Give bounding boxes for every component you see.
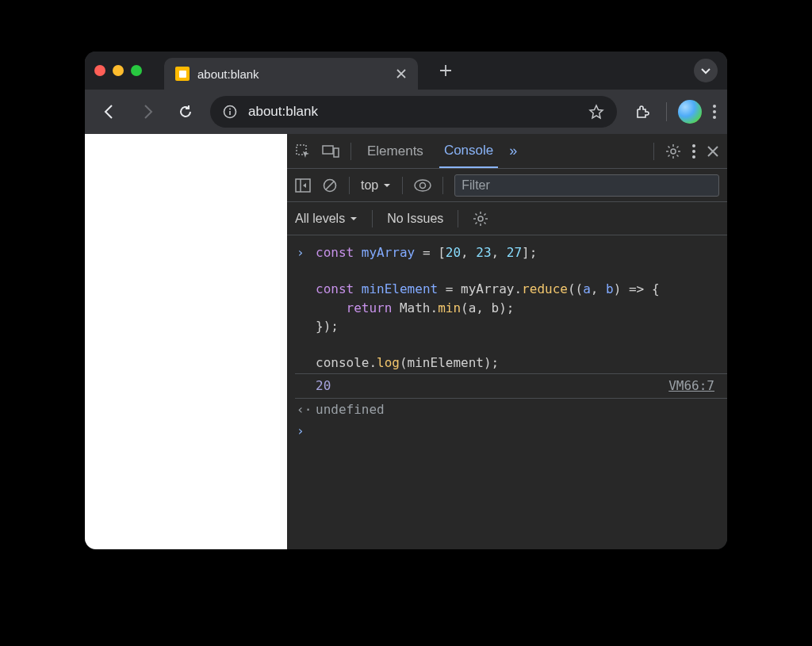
svg-rect-4 bbox=[323, 146, 333, 154]
devtools-menu-button[interactable] bbox=[692, 144, 695, 159]
separator bbox=[349, 177, 350, 194]
context-selector[interactable]: top bbox=[361, 178, 391, 193]
console-log-row: 20 VM66:7 bbox=[295, 373, 727, 398]
console-body[interactable]: › const myArray = [20, 23, 27]; const mi… bbox=[287, 235, 727, 549]
toggle-sidebar-icon[interactable] bbox=[295, 178, 311, 193]
console-return-row: ‹· undefined bbox=[295, 399, 727, 420]
input-prompt-icon: › bbox=[297, 243, 308, 262]
omnibox[interactable]: about:blank bbox=[210, 96, 617, 128]
console-settings-icon[interactable] bbox=[473, 211, 488, 227]
bookmark-icon[interactable] bbox=[588, 104, 604, 120]
url-text: about:blank bbox=[248, 104, 577, 120]
tab-bar: about:blank bbox=[85, 52, 727, 90]
svg-rect-5 bbox=[334, 148, 339, 157]
tab-console[interactable]: Console bbox=[439, 134, 498, 168]
separator bbox=[653, 143, 654, 160]
separator bbox=[458, 210, 458, 227]
filter-input[interactable]: Filter bbox=[454, 174, 719, 197]
log-value: 20 bbox=[316, 377, 331, 395]
separator bbox=[666, 102, 667, 121]
close-devtools-icon[interactable] bbox=[707, 145, 719, 158]
page-favicon bbox=[175, 67, 190, 81]
more-tabs-icon[interactable]: » bbox=[509, 143, 515, 159]
return-value: undefined bbox=[316, 400, 385, 419]
separator bbox=[372, 210, 373, 227]
filter-placeholder: Filter bbox=[462, 178, 490, 193]
maximize-window-button[interactable] bbox=[131, 65, 142, 76]
toolbar: about:blank bbox=[85, 90, 727, 134]
device-toolbar-icon[interactable] bbox=[322, 143, 339, 159]
window-controls bbox=[94, 65, 142, 76]
return-prompt-icon: ‹· bbox=[297, 400, 308, 419]
content-area: Elements Console » bbox=[85, 134, 727, 549]
browser-menu-button[interactable] bbox=[713, 105, 716, 119]
browser-tab[interactable]: about:blank bbox=[164, 58, 418, 90]
svg-point-12 bbox=[478, 216, 483, 221]
svg-point-1 bbox=[229, 109, 231, 110]
console-code: const myArray = [20, 23, 27]; const minE… bbox=[316, 243, 660, 372]
forward-button[interactable] bbox=[134, 98, 161, 125]
devtools-panel: Elements Console » bbox=[287, 134, 727, 549]
chevron-down-icon bbox=[383, 182, 391, 189]
tab-search-button[interactable] bbox=[694, 59, 718, 82]
chevron-down-icon bbox=[350, 215, 358, 223]
console-input-row: › const myArray = [20, 23, 27]; const mi… bbox=[295, 242, 727, 373]
new-tab-button[interactable] bbox=[439, 63, 453, 78]
separator bbox=[402, 177, 403, 194]
clear-console-icon[interactable] bbox=[322, 178, 338, 193]
tab-elements[interactable]: Elements bbox=[362, 134, 428, 168]
console-toolbar: top Filter bbox=[287, 169, 727, 202]
log-levels-selector[interactable]: All levels bbox=[295, 212, 358, 226]
page-viewport[interactable] bbox=[85, 134, 287, 549]
browser-window: about:blank about:blank bbox=[85, 52, 727, 549]
settings-icon[interactable] bbox=[665, 143, 681, 159]
issues-label[interactable]: No Issues bbox=[387, 212, 443, 226]
console-toolbar-2: All levels No Issues bbox=[287, 202, 727, 235]
back-button[interactable] bbox=[96, 98, 123, 125]
log-source-link[interactable]: VM66:7 bbox=[668, 377, 714, 395]
devtools-tabs: Elements Console » bbox=[287, 134, 727, 169]
svg-line-10 bbox=[326, 182, 334, 189]
svg-point-11 bbox=[420, 182, 426, 188]
inspect-element-icon[interactable] bbox=[295, 143, 311, 159]
separator bbox=[350, 143, 351, 160]
close-tab-button[interactable] bbox=[396, 68, 407, 79]
minimize-window-button[interactable] bbox=[113, 65, 124, 76]
levels-label: All levels bbox=[295, 212, 345, 226]
reload-button[interactable] bbox=[172, 98, 199, 125]
live-expression-icon[interactable] bbox=[414, 179, 431, 192]
console-prompt-row[interactable]: › bbox=[295, 420, 727, 441]
separator bbox=[442, 177, 443, 194]
svg-point-6 bbox=[671, 149, 676, 154]
input-prompt-icon: › bbox=[297, 422, 308, 440]
tab-title: about:blank bbox=[197, 67, 388, 81]
site-info-icon[interactable] bbox=[223, 105, 237, 119]
context-label: top bbox=[361, 178, 378, 193]
extensions-button[interactable] bbox=[628, 98, 655, 125]
profile-avatar[interactable] bbox=[678, 100, 702, 124]
svg-rect-2 bbox=[229, 111, 231, 115]
close-window-button[interactable] bbox=[94, 65, 105, 76]
